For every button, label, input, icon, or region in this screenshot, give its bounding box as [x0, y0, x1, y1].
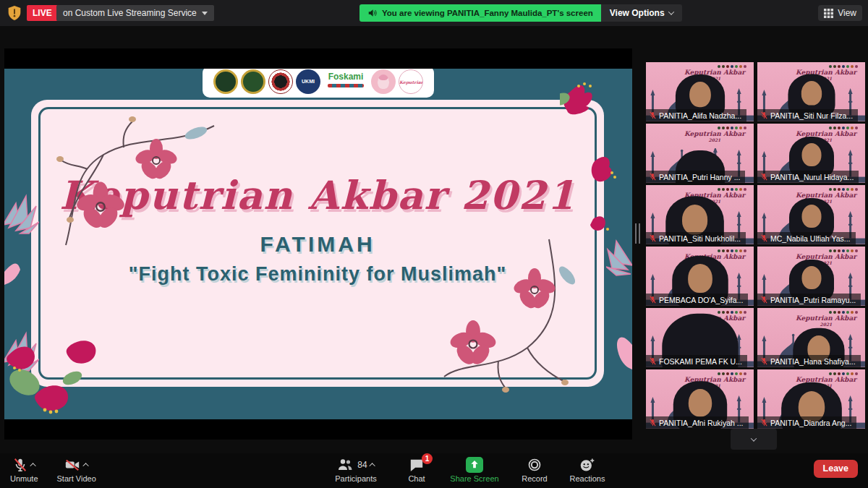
lotus-flowers-right	[606, 236, 632, 419]
faculty-seal-logo	[241, 69, 265, 94]
chat-badge: 1	[422, 453, 433, 464]
participant-name: PANITIA_Hana Shafiya...	[770, 357, 856, 366]
muted-mic-icon	[649, 172, 657, 181]
participant-name-bar: PANITIA_Alifa Nadzha...	[646, 109, 746, 121]
tile-bg-year-text: 2021	[796, 322, 856, 328]
participant-name: PANITIA_Siti Nur Filza...	[770, 111, 853, 120]
collapse-gallery-button[interactable]	[731, 429, 777, 450]
muted-mic-icon	[649, 418, 657, 427]
participant-sidebar: Keputrian Akbar 2021	[646, 62, 865, 429]
participants-button[interactable]: 84 Participants	[320, 453, 392, 488]
tile-logo-dots	[718, 65, 746, 68]
screen-share-banner-text: You are viewing PANITIA_Fanny Maulida_PT…	[382, 9, 593, 17]
tile-logo-dots	[829, 188, 858, 191]
muted-mic-icon	[760, 234, 768, 243]
participant-name: PANITIA_Diandra Ang...	[770, 419, 851, 427]
participant-name-bar: FOSKAMI PEMA FK U...	[646, 355, 747, 367]
record-icon	[527, 458, 542, 472]
reactions-button[interactable]: Reactions	[561, 453, 613, 488]
face	[801, 143, 821, 166]
share-screen-label: Share Screen	[450, 474, 498, 483]
foskami-logo: Foskami	[323, 69, 368, 94]
participant-name: PANITIA_Putri Hanny ...	[659, 173, 740, 181]
participant-tile[interactable]: Keputrian Akbar 2021	[646, 62, 754, 121]
view-button[interactable]: View	[818, 5, 862, 21]
slide-logo-strip: UKMI Foskami Keputrian	[203, 69, 434, 98]
tile-bg-year-text: 2021	[684, 138, 745, 143]
video-options-chevron[interactable]	[82, 463, 88, 468]
chevron-down-icon	[668, 9, 673, 14]
participant-name: PANITIA_Siti Nurkholil...	[659, 234, 741, 243]
participant-name: FOSKAMI PEMA FK U...	[659, 357, 742, 366]
participant-name-bar: MC_Nabila Ulfiah Yas...	[757, 232, 856, 244]
share-screen-icon	[466, 457, 483, 473]
tile-logo-dots	[829, 127, 858, 129]
meeting-toolbar: Unmute Start Video	[0, 453, 868, 488]
tile-bg-title-text: Keputrian Akbar	[796, 314, 856, 322]
participant-tile[interactable]: Keputrian Akbar 2021	[757, 62, 865, 121]
dropdown-arrow-icon	[202, 12, 208, 15]
participant-name-bar: PANITIA_Hana Shafiya...	[757, 355, 861, 367]
participant-tile[interactable]: Keputrian Akbar 2021	[757, 369, 865, 429]
participant-tile[interactable]: Keputrian Akbar 2021	[757, 185, 865, 244]
face	[801, 81, 821, 106]
live-stream-service-dropdown[interactable]: on Custom Live Streaming Service	[56, 5, 214, 21]
record-button[interactable]: Record	[512, 453, 557, 488]
participant-name: PEMBACA DO'A_Syifa...	[659, 296, 743, 304]
participants-label: Participants	[335, 474, 376, 483]
participant-tile[interactable]: Keputrian Akbar 2021	[646, 308, 754, 367]
muted-mic-icon	[760, 295, 768, 304]
participant-name-bar: PANITIA_Diandra Ang...	[757, 416, 856, 429]
start-video-label: Start Video	[57, 474, 96, 483]
participants-options-chevron[interactable]	[369, 463, 375, 468]
face	[688, 389, 711, 416]
participants-icon	[336, 458, 354, 472]
muslimah-badge-logo	[371, 69, 396, 94]
muted-mic-icon	[12, 457, 28, 473]
share-screen-button[interactable]: Share Screen	[441, 453, 508, 488]
mic-options-chevron[interactable]	[30, 463, 35, 468]
live-stream-service-label: on Custom Live Streaming Service	[63, 5, 197, 21]
view-options-button[interactable]: View Options	[601, 4, 682, 22]
chat-button[interactable]: 1 Chat	[396, 453, 437, 488]
top-bar: LIVE on Custom Live Streaming Service Yo…	[0, 0, 868, 26]
chevron-down-icon	[751, 435, 757, 441]
live-badge: LIVE	[27, 5, 58, 21]
participant-name: MC_Nabila Ulfiah Yas...	[770, 234, 851, 243]
participant-tile[interactable]: Keputrian Akbar 2021	[646, 124, 754, 183]
reactions-label: Reactions	[570, 474, 605, 483]
tile-bg-title-text: Keputrian Akbar	[684, 130, 745, 137]
muted-mic-icon	[649, 356, 657, 366]
presentation-slide: UKMI Foskami Keputrian	[4, 69, 632, 419]
student-org-emblem-logo	[268, 69, 293, 94]
unmute-button[interactable]: Unmute	[10, 453, 38, 488]
slide-card: Keputrian Akbar 2021 FATIMAH "Fight Toxi…	[31, 100, 604, 387]
security-shield-icon[interactable]	[7, 5, 22, 21]
participant-name-bar: PANITIA_Siti Nurkholil...	[646, 232, 746, 244]
foskami-logo-subtext	[328, 84, 364, 87]
start-video-button[interactable]: Start Video	[57, 453, 96, 488]
participant-tile[interactable]: Keputrian Akbar 2021	[757, 308, 865, 367]
participant-tile[interactable]: Keputrian Akbar 2021	[646, 185, 754, 244]
zoom-meeting-window: LIVE on Custom Live Streaming Service Yo…	[0, 0, 868, 488]
participants-count: 84	[357, 460, 367, 470]
face	[688, 264, 712, 293]
tile-logo-dots	[829, 249, 858, 252]
screen-share-banner: You are viewing PANITIA_Fanny Maulida_PT…	[359, 4, 601, 22]
participant-tile[interactable]: Keputrian Akbar 2021	[646, 369, 754, 429]
muted-mic-icon	[649, 295, 657, 304]
foskami-logo-text: Foskami	[323, 69, 368, 84]
speaker-icon	[367, 8, 378, 18]
sidebar-resize-handle[interactable]	[634, 223, 641, 244]
shared-screen-area: UKMI Foskami Keputrian	[4, 48, 632, 440]
keputrian-akbar-badge-logo: Keputrian	[399, 69, 423, 94]
participant-tile[interactable]: Keputrian Akbar 2021	[646, 247, 754, 306]
muted-mic-icon	[649, 111, 657, 120]
ukmi-logo: UKMI	[296, 69, 320, 94]
tile-logo-dots	[829, 65, 858, 68]
participant-tile[interactable]: Keputrian Akbar 2021	[757, 124, 865, 183]
participant-name: PANITIA_Nurul Hidaya...	[770, 173, 854, 181]
participant-tile[interactable]: Keputrian Akbar 2021	[757, 247, 865, 306]
tile-logo-dots	[718, 127, 746, 129]
leave-button[interactable]: Leave	[814, 460, 858, 478]
